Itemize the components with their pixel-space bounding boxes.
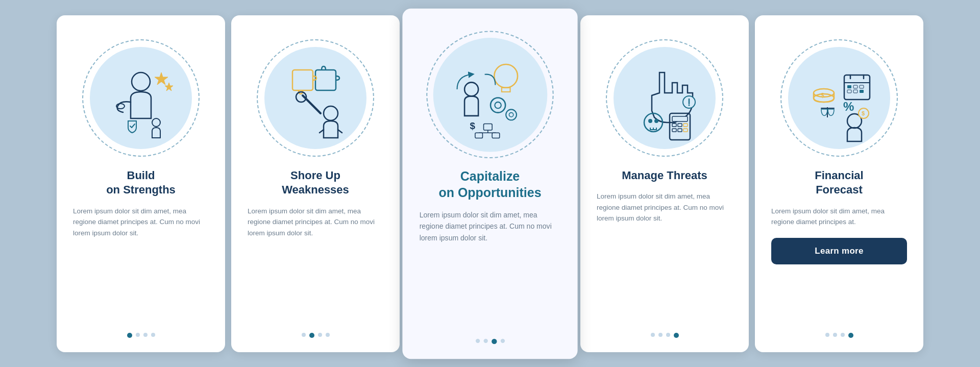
svg-rect-51 [860, 90, 864, 93]
svg-text:%: % [843, 100, 854, 113]
financial-forecast-icon: $ % $ [788, 47, 890, 149]
dot-2-3 [318, 333, 322, 337]
svg-rect-28 [672, 116, 688, 121]
dot-1-active [127, 333, 132, 338]
svg-marker-2 [155, 72, 168, 85]
card-3-dots [475, 330, 504, 344]
svg-rect-18 [492, 133, 500, 138]
card-capitalize-opportunities: $ Capitalize on Opportunities Lorem ipsu… [402, 8, 577, 358]
dot-3-active [492, 338, 497, 344]
svg-rect-6 [292, 70, 313, 90]
svg-rect-35 [683, 129, 688, 132]
svg-rect-49 [847, 90, 851, 93]
card-shore-weaknesses: Shore Up Weaknesses Lorem ipsum dolor si… [231, 15, 400, 352]
svg-point-24 [648, 119, 652, 123]
card-1-title: Build on Strengths [73, 168, 209, 198]
build-strengths-icon [90, 47, 192, 149]
svg-rect-48 [860, 85, 864, 88]
card-5-body: Lorem ipsum dolor sit dim amet, mea regi… [771, 206, 907, 228]
card-illustration-1 [57, 15, 225, 168]
svg-point-14 [464, 82, 478, 96]
card-1-content: Build on Strengths Lorem ipsum dolor sit… [57, 168, 225, 249]
svg-rect-47 [853, 85, 857, 88]
manage-threats-icon [614, 47, 716, 149]
card-1-body: Lorem ipsum dolor sit dim amet, mea regi… [73, 206, 209, 239]
svg-rect-34 [678, 129, 682, 132]
card-4-content: Manage Threats Lorem ipsum dolor sit dim… [580, 168, 749, 234]
svg-point-13 [509, 112, 513, 116]
dot-2-1 [302, 333, 306, 337]
card-4-dots [651, 325, 679, 338]
card-5-title: Financial Forecast [771, 168, 907, 198]
card-illustration-5: $ % $ [755, 15, 923, 168]
svg-point-25 [654, 119, 658, 123]
capitalize-opportunities-icon: $ [437, 41, 543, 148]
card-5-dots [825, 325, 853, 338]
card-3-body: Lorem ipsum dolor sit dim amet, mea regi… [420, 209, 561, 243]
svg-rect-33 [672, 129, 676, 132]
svg-point-8 [324, 106, 338, 120]
svg-point-0 [132, 72, 150, 91]
card-4-title: Manage Threats [597, 168, 732, 183]
svg-text:$: $ [470, 120, 475, 131]
card-5-content: Financial Forecast Lorem ipsum dolor sit… [755, 168, 923, 264]
card-2-content: Shore Up Weaknesses Lorem ipsum dolor si… [231, 168, 400, 249]
dot-5-active [848, 333, 853, 338]
svg-rect-17 [475, 133, 483, 138]
card-2-dots [302, 325, 330, 338]
svg-rect-32 [683, 124, 688, 127]
svg-rect-31 [678, 124, 682, 127]
dot-1-4 [151, 333, 155, 337]
svg-point-11 [495, 102, 501, 108]
svg-point-4 [152, 118, 160, 127]
dot-3-1 [475, 338, 479, 342]
dot-4-1 [651, 333, 655, 337]
shore-weaknesses-icon [264, 47, 366, 149]
dot-5-2 [833, 333, 837, 337]
dot-5-1 [825, 333, 829, 337]
svg-marker-3 [165, 83, 173, 91]
card-3-content: Capitalize on Opportunities Lorem ipsum … [402, 167, 577, 254]
dot-4-2 [658, 333, 663, 337]
dot-2-4 [326, 333, 330, 337]
dot-4-3 [666, 333, 670, 337]
card-illustration-2 [231, 15, 400, 168]
dot-5-3 [841, 333, 845, 337]
svg-rect-30 [672, 124, 676, 127]
card-financial-forecast: $ % $ [755, 15, 923, 352]
card-3-title: Capitalize on Opportunities [420, 167, 561, 201]
card-2-title: Shore Up Weaknesses [248, 168, 383, 198]
svg-point-38 [689, 104, 690, 106]
svg-point-12 [506, 109, 517, 120]
svg-rect-46 [847, 85, 851, 88]
dot-4-active [674, 333, 679, 338]
card-illustration-4 [580, 15, 749, 168]
dot-1-3 [143, 333, 148, 337]
svg-rect-5 [315, 70, 336, 90]
dot-2-active [309, 333, 314, 338]
card-2-body: Lorem ipsum dolor sit dim amet, mea regi… [248, 206, 383, 239]
dot-3-2 [483, 338, 487, 342]
dot-3-4 [500, 338, 504, 342]
svg-text:$: $ [821, 92, 824, 99]
card-1-dots [127, 325, 155, 338]
cards-container: Build on Strengths Lorem ipsum dolor sit… [40, 3, 940, 364]
learn-more-button[interactable]: Learn more [771, 238, 907, 264]
svg-text:$: $ [862, 110, 865, 116]
dot-1-2 [136, 333, 140, 337]
svg-rect-50 [853, 90, 857, 93]
svg-rect-16 [484, 124, 493, 130]
svg-point-9 [494, 64, 518, 88]
card-manage-threats: Manage Threats Lorem ipsum dolor sit dim… [580, 15, 749, 352]
card-illustration-3: $ [402, 8, 577, 167]
card-build-strengths: Build on Strengths Lorem ipsum dolor sit… [57, 15, 225, 352]
svg-point-10 [491, 97, 505, 112]
card-4-body: Lorem ipsum dolor sit dim amet, mea regi… [597, 191, 732, 224]
